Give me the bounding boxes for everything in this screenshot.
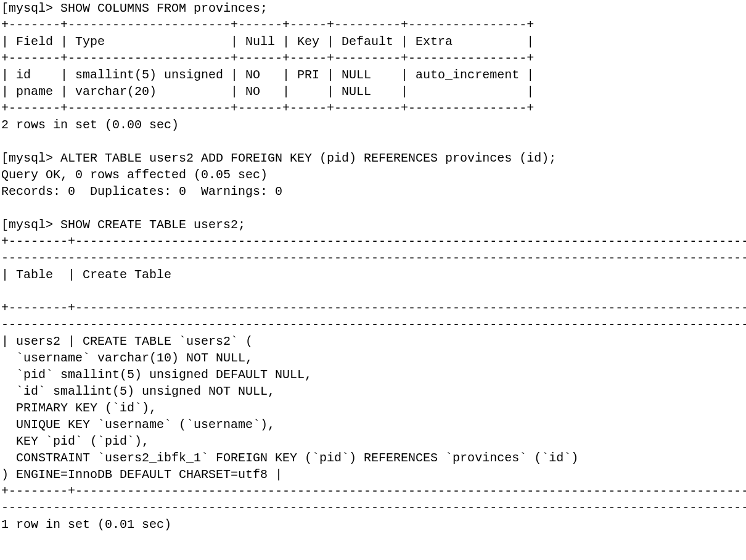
prompt: [mysql> — [1, 218, 60, 232]
table-border: +-------+----------------------+------+-… — [1, 51, 534, 65]
create-table-line: KEY `pid` (`pid`), — [1, 434, 149, 448]
table-border: +--------+------------------------------… — [1, 484, 746, 498]
row-summary: 2 rows in set (0.00 sec) — [1, 118, 179, 132]
create-table-line: UNIQUE KEY `username` (`username`), — [1, 418, 275, 432]
table-border: ----------------------------------------… — [1, 318, 746, 332]
table-row: | pname | varchar(20) | NO | | NULL | | — [1, 84, 534, 99]
table-header-row: | Table | Create Table — [1, 268, 171, 282]
prompt: [mysql> — [1, 1, 60, 15]
records-summary: Records: 0 Duplicates: 0 Warnings: 0 — [1, 184, 282, 199]
table-border: +--------+------------------------------… — [1, 234, 746, 249]
query-ok: Query OK, 0 rows affected (0.05 sec) — [1, 168, 268, 182]
create-table-line: CONSTRAINT `users2_ibfk_1` FOREIGN KEY (… — [1, 451, 578, 465]
create-table-line: | users2 | CREATE TABLE `users2` ( — [1, 334, 253, 348]
create-table-line: ) ENGINE=InnoDB DEFAULT CHARSET=utf8 | — [1, 467, 282, 482]
create-table-line: `username` varchar(10) NOT NULL, — [1, 351, 253, 365]
prompt: [mysql> — [1, 151, 60, 165]
sql-command: SHOW COLUMNS FROM provinces; — [60, 1, 268, 15]
row-summary: 1 row in set (0.01 sec) — [1, 517, 171, 532]
mysql-terminal[interactable]: [mysql> SHOW COLUMNS FROM provinces; +--… — [0, 0, 746, 533]
create-table-line: `id` smallint(5) unsigned NOT NULL, — [1, 384, 275, 398]
table-border: +--------+------------------------------… — [1, 301, 746, 315]
sql-command: ALTER TABLE users2 ADD FOREIGN KEY (pid)… — [60, 151, 556, 165]
table-border: ----------------------------------------… — [1, 501, 746, 515]
table-header-row: | Field | Type | Null | Key | Default | … — [1, 35, 534, 49]
table-border: ----------------------------------------… — [1, 251, 746, 265]
sql-command: SHOW CREATE TABLE users2; — [60, 218, 245, 232]
create-table-line: PRIMARY KEY (`id`), — [1, 401, 157, 415]
table-border: +-------+----------------------+------+-… — [1, 18, 534, 32]
table-border: +-------+----------------------+------+-… — [1, 101, 534, 115]
table-row: | id | smallint(5) unsigned | NO | PRI |… — [1, 68, 534, 82]
create-table-line: `pid` smallint(5) unsigned DEFAULT NULL, — [1, 368, 312, 382]
